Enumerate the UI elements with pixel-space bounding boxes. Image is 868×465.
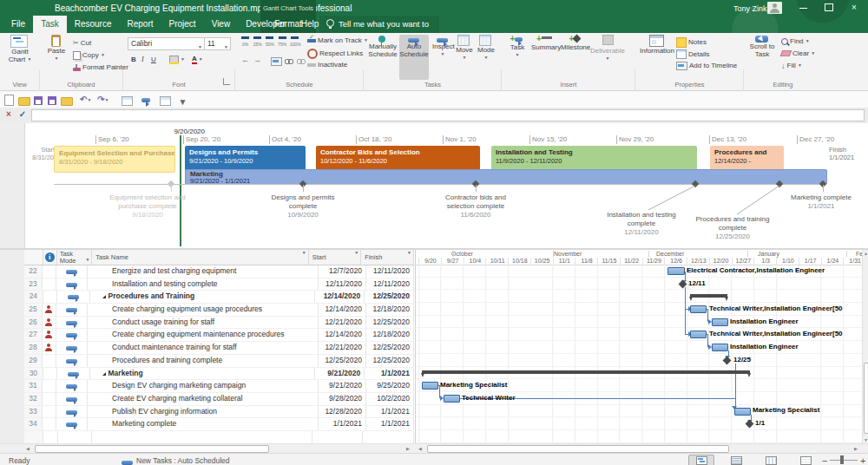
indicators-cell[interactable] xyxy=(43,265,56,278)
row-number[interactable]: 31 xyxy=(24,380,43,392)
finish-cell[interactable]: 1/1/2021 xyxy=(366,418,414,430)
table-row-summary[interactable]: 24Procedures and Training12/14/202012/25… xyxy=(24,291,414,304)
font-dialog-launcher[interactable] xyxy=(223,78,230,85)
task-name-cell[interactable]: Conduct usage training for staff xyxy=(88,317,319,329)
start-cell[interactable]: 12/14/2020 xyxy=(319,329,366,341)
undo-button[interactable]: ↶▼ xyxy=(80,94,91,105)
tab-report[interactable]: Report xyxy=(120,16,161,33)
entry-input[interactable] xyxy=(31,109,865,121)
start-cell[interactable]: 12/7/2020 xyxy=(319,265,366,278)
table-row[interactable]: 34Marketing complete1/1/20211/1/2021 xyxy=(24,418,414,431)
task-bar-32[interactable] xyxy=(444,395,460,403)
manually-schedule-button[interactable]: Manually Schedule xyxy=(368,35,398,58)
percent-100-button[interactable]: 100% xyxy=(290,36,299,48)
team-planner-view-button[interactable] xyxy=(758,455,784,465)
task-mode-cell[interactable] xyxy=(56,329,89,341)
chart-scroll-thumb[interactable] xyxy=(427,445,729,453)
table-row-summary[interactable]: 30Marketing9/21/20201/1/2021 xyxy=(24,368,414,381)
finish-cell[interactable]: 12/11/2020 xyxy=(366,278,414,291)
summary-bar-24[interactable] xyxy=(690,294,727,298)
task-name-cell[interactable]: Conduct maintenance training for staff xyxy=(88,342,319,354)
start-header[interactable]: Start▼ xyxy=(309,250,362,265)
gantt-pane-strip[interactable]: GANTT CHART xyxy=(0,250,25,443)
percent-75-button[interactable]: 75% xyxy=(278,36,287,48)
indicators-cell[interactable] xyxy=(43,291,57,303)
task-mode-cell[interactable] xyxy=(56,393,89,405)
row-number[interactable]: 26 xyxy=(24,317,43,329)
insert-deliverable-button[interactable]: Deliverable▼ xyxy=(590,35,625,62)
start-cell[interactable]: 12/21/2020 xyxy=(319,342,366,354)
timeline-phase-designs[interactable]: Designs and Permits9/21/2020 - 10/9/2020 xyxy=(185,146,306,171)
start-cell[interactable]: 12/28/2020 xyxy=(319,406,366,418)
indicators-cell[interactable] xyxy=(43,368,57,380)
indicators-header[interactable]: i xyxy=(43,250,57,265)
table-row[interactable]: 27Create charging equipment maintenance … xyxy=(24,329,414,342)
task-mode-cell[interactable] xyxy=(56,317,89,329)
task-name-cell[interactable]: Marketing complete xyxy=(88,418,319,430)
zoom-slider-track[interactable] xyxy=(830,460,858,461)
tab-view[interactable]: View xyxy=(204,16,239,33)
scroll-left-icon[interactable]: ◀ xyxy=(417,446,424,451)
table-row[interactable]: 26Conduct usage training for staff12/21/… xyxy=(24,317,414,330)
account-name[interactable]: Tony Zink xyxy=(733,4,767,13)
task-mode-qat-button[interactable] xyxy=(141,94,152,105)
start-cell[interactable]: 12/21/2020 xyxy=(319,317,366,329)
zoom-in-button[interactable]: + xyxy=(860,455,865,465)
tab-task[interactable]: Task xyxy=(33,16,67,33)
notes-button[interactable]: Notes xyxy=(676,37,707,48)
task-name-cell[interactable]: Create charging equipment usage procedur… xyxy=(88,304,319,316)
finish-header[interactable]: Finish▼ xyxy=(361,250,414,265)
gantt-view-button[interactable] xyxy=(688,455,714,465)
indicators-cell[interactable] xyxy=(43,304,56,316)
finish-cell[interactable]: 12/18/2020 xyxy=(366,304,414,316)
finish-cell[interactable]: 12/25/2020 xyxy=(365,291,414,303)
table-row[interactable]: 33Publish EV charging information12/28/2… xyxy=(24,406,414,419)
bold-button[interactable]: B xyxy=(131,56,136,63)
folder-button[interactable] xyxy=(61,94,72,105)
format-painter-button[interactable]: Format Painter xyxy=(73,63,128,71)
task-usage-view-button[interactable] xyxy=(723,455,749,465)
table-scroll-thumb[interactable] xyxy=(35,445,269,453)
table-row[interactable]: 28Conduct maintenance training for staff… xyxy=(24,342,414,355)
redo-button[interactable]: ↷▼ xyxy=(97,94,108,105)
table-row[interactable]: 29Procedures and training complete12/25/… xyxy=(24,355,414,368)
avatar[interactable] xyxy=(767,2,782,14)
percent-25-button[interactable]: 25% xyxy=(253,36,262,48)
task-mode-cell[interactable] xyxy=(56,265,89,278)
indicators-cell[interactable] xyxy=(43,355,56,367)
task-bar-25[interactable] xyxy=(690,305,707,313)
qat-more-icon[interactable]: ▼ xyxy=(177,96,188,108)
row-number[interactable]: 32 xyxy=(24,393,43,405)
font-size-select[interactable]: 11▼ xyxy=(204,37,231,50)
row-number[interactable]: 25 xyxy=(24,304,43,316)
tab-format[interactable]: Format xyxy=(260,16,316,33)
tab-resource[interactable]: Resource xyxy=(67,16,120,33)
filter-arrow-icon[interactable]: ▼ xyxy=(85,256,89,263)
percent-0-button[interactable]: 0% xyxy=(240,36,250,48)
row-number-header[interactable] xyxy=(24,250,43,265)
finish-cell[interactable]: 12/18/2020 xyxy=(366,329,414,341)
row-number[interactable]: 30 xyxy=(24,368,43,380)
percent-complete-buttons[interactable]: 0% 25% 50% 75% 100% xyxy=(240,36,300,48)
finish-cell[interactable]: 9/25/2020 xyxy=(366,380,414,392)
indent-task-button[interactable]: → xyxy=(253,56,261,64)
finish-cell[interactable]: 1/1/2021 xyxy=(366,406,414,418)
table-row[interactable]: 23Installation and testing complete12/11… xyxy=(24,278,414,291)
find-button[interactable]: Find ▼ xyxy=(781,37,810,45)
task-mode-cell[interactable] xyxy=(56,406,89,418)
paste-button[interactable]: Paste▼ xyxy=(43,35,69,62)
timeline-phase-marketing[interactable]: Marketing9/21/2020 - 1/1/2021 xyxy=(185,169,827,185)
finish-cell[interactable]: 10/2/2020 xyxy=(366,393,414,405)
timeline-phase-procedures[interactable]: Procedures and12/14/2020 - xyxy=(710,146,784,171)
italic-button[interactable]: I xyxy=(141,56,144,63)
zoom-out-button[interactable]: − xyxy=(822,455,827,465)
fill-button[interactable]: ↓Fill ▼ xyxy=(781,62,802,70)
new-file-button[interactable] xyxy=(4,94,16,105)
add-to-timeline-button[interactable]: Add to Timeline xyxy=(676,62,737,70)
insert-milestone-button[interactable]: +Milestone xyxy=(561,35,589,51)
task-mode-cell[interactable] xyxy=(56,380,89,392)
start-cell[interactable]: 12/14/2020 xyxy=(315,291,365,303)
sheet-view-button[interactable] xyxy=(792,455,819,465)
task-bar-27[interactable] xyxy=(690,331,707,338)
start-cell[interactable]: 9/21/2020 xyxy=(315,368,365,380)
